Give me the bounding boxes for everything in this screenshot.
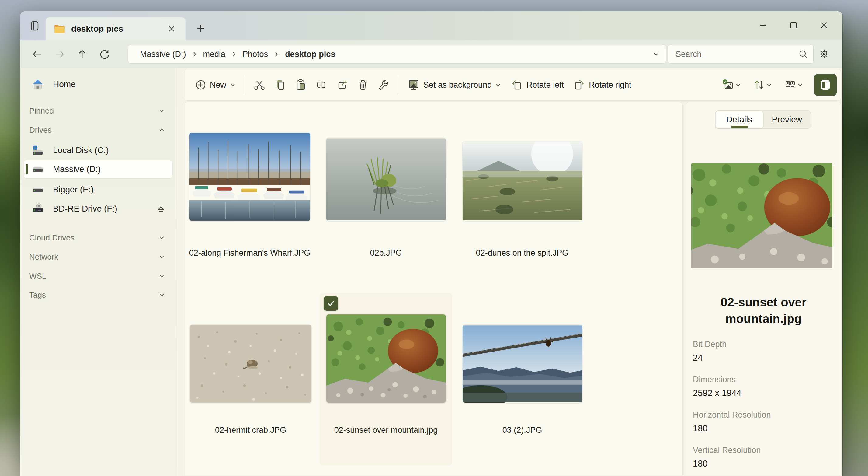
sidebar-section-pinned[interactable]: Pinned [24,102,173,119]
sidebar-section-drives[interactable]: Drives [24,122,173,138]
chevron-down-icon[interactable] [158,234,166,242]
search-input[interactable] [676,50,798,59]
close-button[interactable] [812,17,836,34]
settings-gear-icon[interactable] [816,46,833,62]
tab-close-icon[interactable] [166,24,177,34]
paste-icon[interactable] [290,75,311,95]
file-name: 02b.JPG [320,248,451,258]
photo-thumbnail [326,315,446,403]
tab-title: desktop pics [71,24,123,34]
sidebar-section-tags[interactable]: Tags [24,287,173,303]
maximize-button[interactable] [782,17,805,34]
property-value: 180 [693,423,835,434]
breadcrumb-chevron-icon[interactable] [231,51,237,58]
chevron-up-icon[interactable] [158,126,166,134]
details-preview-switcher: Details Preview [715,111,811,129]
sidebar-section-wsl[interactable]: WSL [24,268,173,284]
navigation-pane: Home Pinned Drives Local Dis [20,68,177,476]
property-label: Bit Depth [693,340,835,349]
file-tile[interactable]: 02-dunes on the spit.JPG [457,134,588,284]
details-pane: Details Preview 02-sunset over mountain.… [686,102,841,476]
optical-drive-icon [31,202,44,215]
sidebar-item-home[interactable]: Home [24,76,173,93]
details-file-title: 02-sunset over mountain.jpg [712,294,815,327]
property-value: 2592 x 1944 [693,388,835,398]
breadcrumb-item-current[interactable]: desktop pics [283,49,338,60]
folder-icon [54,24,66,34]
photo-thumbnail [463,142,582,221]
back-icon[interactable] [29,46,45,62]
file-name: 02-hermit crab.JPG [184,425,317,435]
breadcrumb[interactable]: Massive (D:) media Photos desktop pics [128,45,666,64]
breadcrumb-item[interactable]: Massive (D:) [137,49,189,60]
property-row: Vertical Resolution 180 [693,446,835,469]
chevron-down-icon[interactable] [158,107,166,115]
property-label: Dimensions [693,375,835,384]
tab-list-icon[interactable] [28,19,42,33]
sidebar-item-bdre-drive-f[interactable]: BD-RE Drive (F:) [24,200,173,218]
sidebar-section-cloud-drives[interactable]: Cloud Drives [24,230,173,246]
file-explorer-window: desktop pics [20,11,842,476]
tab-details[interactable]: Details [715,111,764,128]
sidebar-item-local-disk-c[interactable]: Local Disk (C:) [24,142,173,159]
minimize-button[interactable] [751,17,775,34]
breadcrumb-chevron-icon[interactable] [192,51,198,58]
details-thumbnail [691,163,832,268]
eject-icon[interactable] [156,204,166,214]
chevron-down-icon[interactable] [158,291,166,299]
set-as-background-button[interactable]: Set as background [403,74,506,96]
new-button[interactable]: New [190,74,240,96]
chevron-down-icon[interactable] [158,272,166,280]
home-icon [31,78,44,91]
rename-icon[interactable] [311,75,332,95]
refresh-icon[interactable] [97,46,113,62]
view-options-button[interactable] [779,75,808,95]
file-tile[interactable]: 02-hermit crab.JPG [184,293,317,465]
breadcrumb-item[interactable]: Photos [240,49,270,60]
file-grid: 02-along Fisherman's Wharf.JPG [184,102,683,476]
search-box[interactable] [668,45,813,64]
file-tile-selected[interactable]: 02-sunset over mountain.jpg [320,293,452,465]
breadcrumb-chevron-icon[interactable] [273,51,279,58]
sidebar-item-bigger-e[interactable]: Bigger (E:) [24,181,173,199]
select-items-button[interactable] [717,75,746,95]
sort-icon [752,78,766,92]
panel-right-icon [819,78,832,92]
file-tile[interactable]: 02-along Fisherman's Wharf.JPG [184,134,315,284]
tab-desktop-pics[interactable]: desktop pics [45,17,186,40]
photo-thumbnail [189,133,310,221]
copy-icon[interactable] [270,75,290,95]
details-pane-toggle[interactable] [814,74,837,96]
new-tab-icon[interactable] [193,21,208,36]
file-tile[interactable]: 02b.JPG [320,134,451,284]
property-value: 24 [693,353,835,363]
tab-preview[interactable]: Preview [764,111,811,128]
rotate-right-button[interactable]: Rotate right [568,74,636,96]
chevron-down-icon [735,82,742,88]
sidebar-item-massive-d[interactable]: Massive (D:) [24,160,173,178]
breadcrumb-item[interactable]: media [201,49,228,60]
share-icon[interactable] [332,75,352,95]
forward-icon[interactable] [52,46,67,62]
rotate-left-button[interactable]: Rotate left [506,74,568,96]
sidebar-section-network[interactable]: Network [24,249,173,265]
property-row: Bit Depth 24 [693,340,835,363]
chevron-down-icon[interactable] [158,253,166,261]
photo-thumbnail [326,138,446,221]
up-icon[interactable] [74,46,90,62]
file-name: 02-along Fisherman's Wharf.JPG [184,248,315,258]
selected-checkbox[interactable] [323,296,338,311]
file-name: 03 (2).JPG [457,425,588,435]
delete-icon[interactable] [352,75,373,95]
cut-icon[interactable] [249,75,270,95]
file-tile[interactable]: 03 (2).JPG [457,293,588,465]
wallpaper-icon [407,78,420,92]
sort-button[interactable] [748,75,777,95]
command-toolbar: New [184,69,841,101]
chevron-down-icon [229,82,236,88]
photo-thumbnail [463,325,582,403]
search-icon[interactable] [798,49,808,59]
address-dropdown-icon[interactable] [652,50,660,58]
rotate-right-icon [572,78,586,92]
wrench-icon[interactable] [373,75,394,95]
